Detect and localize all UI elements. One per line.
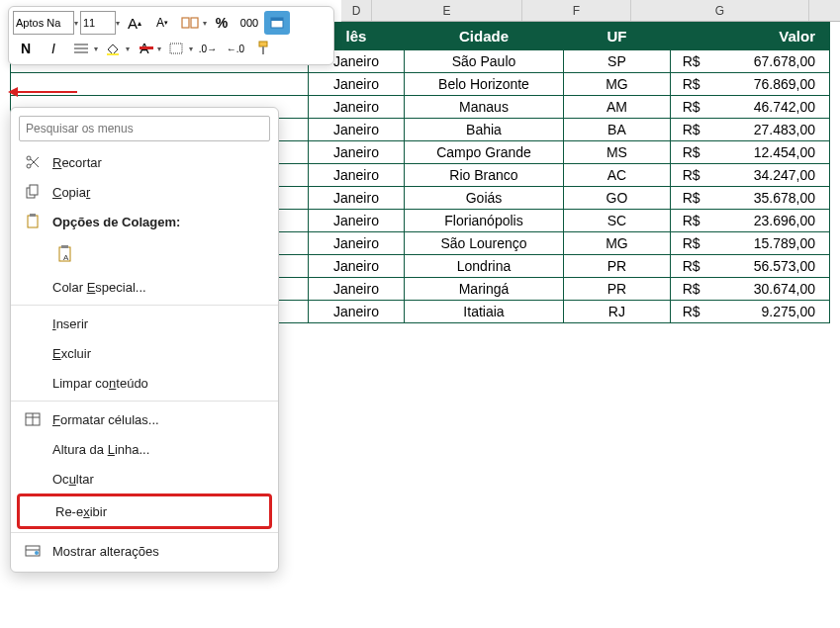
- cell-uf[interactable]: BA: [564, 119, 671, 141]
- cell-cidade[interactable]: Maringá: [404, 278, 563, 301]
- menu-delete[interactable]: Excluir: [11, 338, 278, 368]
- menu-insert[interactable]: Inserir: [11, 309, 278, 338]
- cell-cidade[interactable]: Londrina: [404, 255, 563, 278]
- cell-uf[interactable]: PR: [564, 255, 671, 278]
- svg-rect-7: [107, 53, 119, 55]
- font-color-button[interactable]: A: [132, 37, 157, 60]
- cell-valor[interactable]: R$76.869,00: [670, 73, 829, 96]
- cell-mes[interactable]: Janeiro: [309, 301, 405, 323]
- decrease-font-button[interactable]: A▾: [149, 11, 175, 35]
- cell-uf[interactable]: GO: [564, 187, 671, 210]
- chevron-down-icon[interactable]: ▾: [189, 45, 193, 53]
- paste-default-button[interactable]: A: [52, 240, 80, 268]
- font-family-select[interactable]: [13, 11, 74, 35]
- menu-unhide[interactable]: Re-exibir: [20, 496, 269, 526]
- col-header-d[interactable]: D: [341, 0, 372, 21]
- cell-valor[interactable]: R$15.789,00: [670, 232, 829, 255]
- cell-valor[interactable]: R$23.696,00: [670, 210, 829, 232]
- decrease-decimal-button[interactable]: ←.0: [223, 37, 248, 60]
- cell-mes[interactable]: Janeiro: [309, 141, 405, 164]
- menu-paste-options-label: Opções de Colagem:: [52, 215, 266, 229]
- cell-cidade[interactable]: Bahia: [404, 119, 563, 141]
- cell-valor[interactable]: R$35.678,00: [670, 187, 829, 210]
- cell-valor[interactable]: R$34.247,00: [670, 164, 829, 187]
- col-header-g[interactable]: G: [631, 0, 809, 21]
- font-size-select[interactable]: [80, 11, 116, 35]
- menu-row-height[interactable]: Altura da Linha...: [11, 434, 278, 464]
- cell-mes[interactable]: Janeiro: [309, 96, 405, 119]
- cell-valor[interactable]: R$46.742,00: [670, 96, 829, 119]
- cell-uf[interactable]: RJ: [564, 301, 671, 323]
- menu-insert-label: Inserir: [52, 316, 266, 331]
- menu-paste-special[interactable]: Colar Especial...: [11, 272, 278, 302]
- menu-hide[interactable]: Ocultar: [11, 464, 278, 493]
- cell-valor[interactable]: R$27.483,00: [670, 119, 829, 141]
- cell-cidade[interactable]: Campo Grande: [404, 141, 563, 164]
- merge-cells-button[interactable]: [177, 11, 203, 35]
- cell-cidade[interactable]: Goiás: [404, 187, 563, 210]
- cell-uf[interactable]: PR: [564, 278, 671, 301]
- comma-style-button[interactable]: 000: [236, 11, 262, 35]
- svg-point-27: [35, 551, 39, 555]
- table-row[interactable]: JaneiroBelo HorizonteMGR$76.869,00: [11, 73, 830, 96]
- chevron-down-icon[interactable]: ▾: [126, 45, 130, 53]
- menu-show-changes[interactable]: Mostrar alterações: [11, 536, 278, 566]
- cell-valor[interactable]: R$12.454,00: [670, 141, 829, 164]
- cell-uf[interactable]: MS: [564, 141, 671, 164]
- clipboard-icon: [23, 213, 43, 230]
- cell-uf[interactable]: MG: [564, 73, 671, 96]
- cell-valor[interactable]: R$56.573,00: [670, 255, 829, 278]
- cell-uf[interactable]: AC: [564, 164, 671, 187]
- cell-cidade[interactable]: Manaus: [404, 96, 563, 119]
- conditional-format-button[interactable]: [264, 11, 290, 35]
- cell-valor[interactable]: R$9.275,00: [670, 301, 829, 323]
- svg-point-11: [27, 164, 31, 168]
- cell-cidade[interactable]: Belo Horizonte: [404, 73, 563, 96]
- align-button[interactable]: [68, 37, 94, 60]
- copy-icon: [23, 183, 43, 201]
- menu-separator: [11, 532, 278, 533]
- cell-mes[interactable]: Janeiro: [309, 255, 405, 278]
- italic-button[interactable]: I: [41, 37, 66, 60]
- cell-mes[interactable]: Janeiro: [309, 187, 405, 210]
- format-painter-button[interactable]: [250, 37, 276, 60]
- chevron-down-icon[interactable]: ▾: [94, 45, 98, 53]
- cell-cidade[interactable]: São Lourenço: [404, 232, 563, 255]
- chevron-down-icon[interactable]: ▾: [203, 19, 207, 28]
- menu-paste-special-label: Colar Especial...: [52, 280, 266, 295]
- col-header-f[interactable]: F: [522, 0, 631, 21]
- chevron-down-icon[interactable]: ▾: [116, 19, 120, 28]
- cell-mes[interactable]: Janeiro: [309, 73, 405, 96]
- menu-copy[interactable]: Copiar: [11, 177, 278, 207]
- menu-format-cells[interactable]: Formatar células...: [11, 404, 278, 434]
- menu-search-input[interactable]: [19, 116, 270, 141]
- increase-decimal-button[interactable]: .0→: [195, 37, 221, 60]
- increase-font-button[interactable]: A▴: [122, 11, 147, 35]
- cell-valor[interactable]: R$30.674,00: [670, 278, 829, 301]
- col-header-e[interactable]: E: [372, 0, 522, 21]
- cell-uf[interactable]: AM: [564, 96, 671, 119]
- cell-mes[interactable]: Janeiro: [309, 210, 405, 232]
- cell-uf[interactable]: SC: [564, 210, 671, 232]
- cell-mes[interactable]: Janeiro: [309, 232, 405, 255]
- cell-mes[interactable]: Janeiro: [309, 278, 405, 301]
- fill-color-button[interactable]: [100, 37, 126, 60]
- percent-button[interactable]: %: [209, 11, 234, 35]
- bold-button[interactable]: N: [13, 37, 39, 60]
- cell-mes[interactable]: Janeiro: [309, 119, 405, 141]
- chevron-down-icon[interactable]: ▾: [157, 45, 161, 53]
- cell-cidade[interactable]: Rio Branco: [404, 164, 563, 187]
- svg-rect-18: [30, 214, 36, 217]
- cell-uf[interactable]: MG: [564, 232, 671, 255]
- cell-mes[interactable]: Janeiro: [309, 164, 405, 187]
- borders-button[interactable]: [163, 37, 189, 60]
- cell-valor[interactable]: R$67.678,00: [670, 50, 829, 73]
- chevron-down-icon[interactable]: ▾: [74, 19, 78, 28]
- menu-clear-contents[interactable]: Limpar conteúdo: [11, 368, 278, 398]
- cell-uf[interactable]: SP: [564, 50, 671, 73]
- cell-cidade[interactable]: São Paulo: [404, 50, 563, 73]
- row-context-menu: Recortar Copiar Opções de Colagem: A Col…: [10, 107, 279, 573]
- cell-cidade[interactable]: Florianópolis: [404, 210, 563, 232]
- menu-cut[interactable]: Recortar: [11, 147, 278, 177]
- cell-cidade[interactable]: Itatiaia: [404, 301, 563, 323]
